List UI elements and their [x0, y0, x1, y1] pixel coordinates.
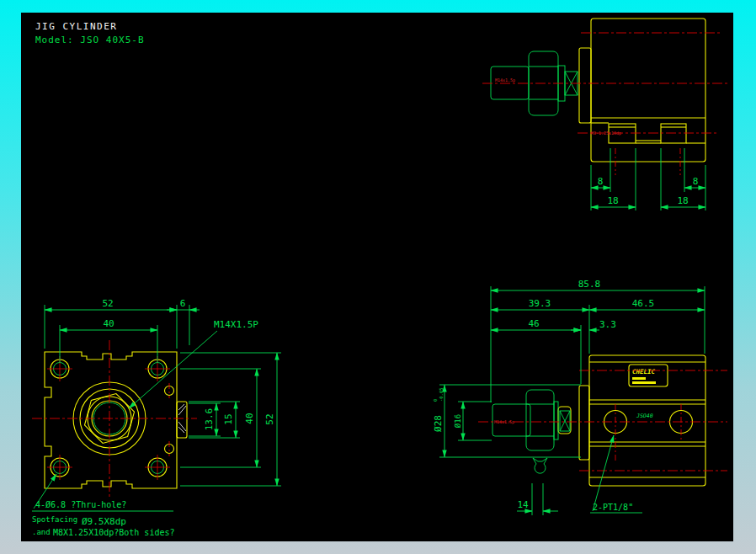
rod-thread-label-right: M14x1.5p	[494, 419, 514, 425]
dim-8-right: 8	[693, 176, 699, 187]
dia-28-tol-lower: -0.05	[439, 387, 444, 402]
drawing-title: JIG CYLINDER	[35, 21, 117, 32]
dim-dia-28: Ø28	[433, 415, 444, 432]
dim-8-left: 8	[598, 176, 604, 187]
port-callout: 2-PT1/8"	[593, 503, 633, 512]
cad-drawing: JIG CYLINDER Model: JSO 40X5-B	[0, 0, 756, 554]
note-spotfacing: Spotfacing	[32, 515, 77, 524]
note-and: .and	[32, 528, 51, 536]
dim-40-right: 40	[244, 413, 255, 423]
model-label: Model: JSO 40X5-B	[35, 35, 145, 45]
note-thru-holes: 4-Ø6.8 ?Thru-hole?	[35, 500, 126, 509]
dim-18-left: 18	[607, 195, 618, 206]
dim-46: 46	[528, 318, 539, 329]
dia-28-tol-upper: 0	[433, 399, 438, 402]
dim-14: 14	[517, 499, 529, 510]
dim-52-right: 52	[264, 413, 275, 424]
rod-thread-label-top: M14x1.5p	[495, 77, 515, 83]
dim-40-top: 40	[103, 318, 114, 329]
dim-3-3: 3.3	[599, 319, 616, 330]
sticker-fineprint-bar	[632, 377, 646, 380]
sticker-fineprint-bar	[632, 381, 656, 384]
drawing-canvas	[21, 13, 733, 541]
body-engraving: JSO40	[636, 413, 653, 419]
dim-52-top: 52	[102, 298, 113, 309]
dim-18-right: 18	[677, 195, 688, 206]
dim-15: 15	[223, 413, 234, 424]
dim-dia-16: Ø16	[454, 414, 462, 428]
dim-13-6: 13.6	[204, 408, 215, 431]
thread-callout: M14X1.5P	[214, 319, 258, 330]
brand-sticker-label: CHELIC	[632, 368, 656, 376]
dim-85-8: 85.8	[578, 279, 601, 290]
slot-thread-label: M8-1.25x10dp	[591, 131, 621, 136]
dim-46-5: 46.5	[632, 298, 655, 309]
note-spotfacing-size: Ø9.5X8dp	[82, 516, 126, 527]
cad-viewport[interactable]: JIG CYLINDER Model: JSO 40X5-B	[0, 0, 756, 554]
dim-39-3: 39.3	[529, 298, 551, 309]
note-thread-size: M8X1.25X10dp?Both sides?	[53, 528, 175, 537]
dim-6: 6	[180, 298, 186, 309]
